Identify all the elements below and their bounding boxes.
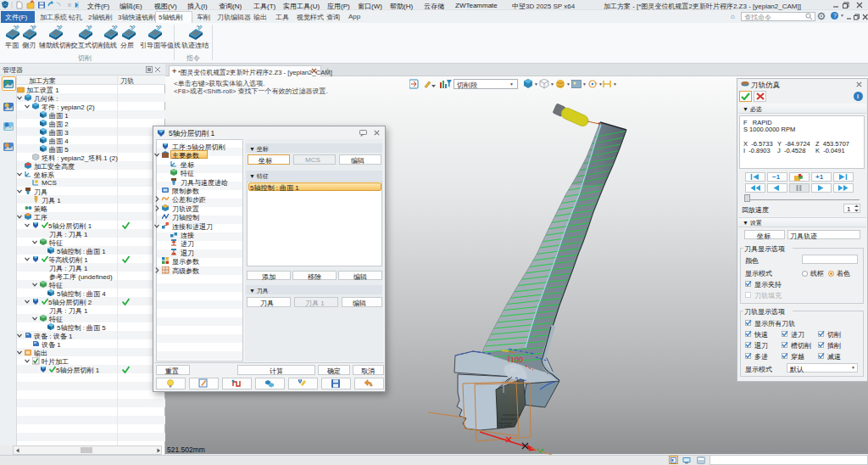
svg-text:100: 100 bbox=[510, 356, 523, 364]
